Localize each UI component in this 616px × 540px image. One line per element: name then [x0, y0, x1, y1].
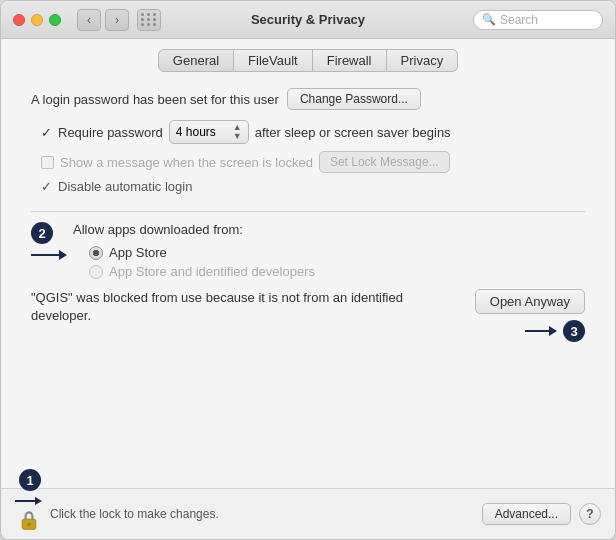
back-button[interactable]: ‹	[77, 9, 101, 31]
annotation-arrow-2	[31, 254, 59, 256]
dropdown-arrows-icon: ▲ ▼	[233, 123, 242, 141]
require-password-row: ✓ Require password 4 hours ▲ ▼ after sle…	[41, 116, 585, 148]
password-row: A login password has been set for this u…	[31, 80, 585, 116]
annotation-arrow-1-line	[15, 500, 35, 502]
annotation-badge-3: 3	[563, 320, 585, 342]
after-sleep-text: after sleep or screen saver begins	[255, 125, 451, 140]
set-lock-message-button[interactable]: Set Lock Message...	[319, 151, 450, 173]
lock-area: 1	[15, 497, 42, 531]
lock-icon[interactable]	[18, 509, 40, 531]
footer: 1 Click the lock to make changes. Advanc…	[1, 488, 615, 539]
main-content: A login password has been set for this u…	[1, 80, 615, 488]
tabs-bar: General FileVault Firewall Privacy	[1, 39, 615, 80]
show-message-row: Show a message when the screen is locked…	[41, 148, 585, 176]
identified-radio[interactable]	[89, 265, 103, 279]
grid-button[interactable]	[137, 9, 161, 31]
open-anyway-area: Open Anyway 3	[475, 289, 585, 342]
tab-filevault[interactable]: FileVault	[234, 49, 313, 72]
lock-text: Click the lock to make changes.	[50, 507, 474, 521]
disable-login-row: ✓ Disable automatic login	[41, 176, 585, 197]
search-bar[interactable]: 🔍 Search	[473, 10, 603, 30]
annotation-badge-1: 1	[19, 469, 41, 491]
blocked-text: "QGIS" was blocked from use because it i…	[31, 289, 465, 325]
advanced-button[interactable]: Advanced...	[482, 503, 571, 525]
annotation-arrowhead-3	[549, 326, 557, 336]
forward-button[interactable]: ›	[105, 9, 129, 31]
window-title: Security & Privacy	[251, 12, 365, 27]
maximize-button[interactable]	[49, 14, 61, 26]
minimize-button[interactable]	[31, 14, 43, 26]
annotation-arrowhead-1	[35, 497, 42, 505]
svg-point-1	[27, 523, 30, 526]
password-set-text: A login password has been set for this u…	[31, 92, 279, 107]
show-message-checkbox[interactable]	[41, 156, 54, 169]
require-checkmark: ✓	[41, 125, 52, 140]
identified-label: App Store and identified developers	[109, 264, 315, 279]
search-icon: 🔍	[482, 13, 496, 26]
hours-value: 4 hours	[176, 125, 216, 139]
annotation-badge-2: 2	[31, 222, 53, 244]
blocked-row: "QGIS" was blocked from use because it i…	[31, 289, 585, 342]
app-store-radio[interactable]	[89, 246, 103, 260]
search-placeholder: Search	[500, 13, 538, 27]
traffic-lights	[13, 14, 61, 26]
annotation-arrow-3-line	[525, 330, 549, 332]
disable-checkmark: ✓	[41, 179, 52, 194]
section-divider	[31, 211, 585, 212]
close-button[interactable]	[13, 14, 25, 26]
allow-section-with-annotation: 2 Allow apps downloaded from: App Store …	[31, 222, 585, 279]
allow-title: Allow apps downloaded from:	[73, 222, 315, 237]
app-store-radio-row: App Store	[89, 245, 315, 260]
annotation-arrowhead-2	[59, 250, 67, 260]
open-anyway-button[interactable]: Open Anyway	[475, 289, 585, 314]
tab-firewall[interactable]: Firewall	[313, 49, 387, 72]
hours-dropdown[interactable]: 4 hours ▲ ▼	[169, 120, 249, 144]
disable-login-label: Disable automatic login	[58, 179, 192, 194]
change-password-button[interactable]: Change Password...	[287, 88, 421, 110]
app-store-label: App Store	[109, 245, 167, 260]
require-password-label: Require password	[58, 125, 163, 140]
allow-section: Allow apps downloaded from: App Store Ap…	[73, 222, 315, 279]
show-message-label: Show a message when the screen is locked	[60, 155, 313, 170]
security-privacy-window: ‹ › Security & Privacy 🔍 Search General …	[0, 0, 616, 540]
titlebar: ‹ › Security & Privacy 🔍 Search	[1, 1, 615, 39]
help-button[interactable]: ?	[579, 503, 601, 525]
tab-general[interactable]: General	[158, 49, 234, 72]
identified-radio-row: App Store and identified developers	[89, 264, 315, 279]
tab-privacy[interactable]: Privacy	[387, 49, 459, 72]
